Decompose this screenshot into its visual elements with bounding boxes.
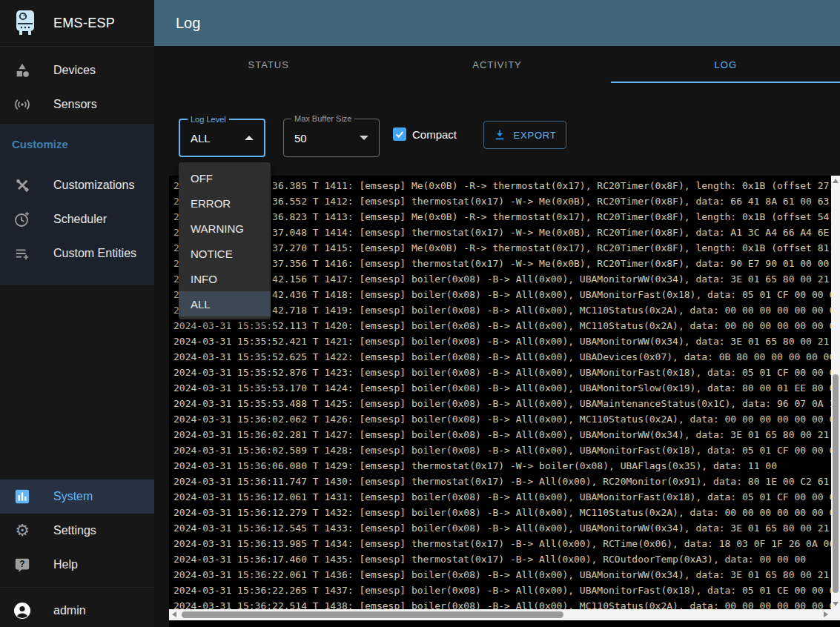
tab-activity[interactable]: ACTIVITY <box>383 46 611 83</box>
caret-down-icon <box>360 136 368 140</box>
log-line: 2024-03-31 15:36:06.080 T 1429: [emsesp]… <box>173 458 840 474</box>
tools-icon <box>13 176 31 194</box>
sidebar-item-help[interactable]: ? Help <box>0 548 154 582</box>
customize-section-header: Customize <box>12 138 68 150</box>
list-plus-icon <box>13 245 31 262</box>
log-line: 2024-03-31 15:35:42.718 T 1419: [emsesp]… <box>173 302 840 318</box>
log-line: 2024-03-31 15:36:17.460 T 1435: [emsesp]… <box>173 551 840 567</box>
log-line: 2024-03-31 15:35:52.421 T 1421: [emsesp]… <box>173 334 840 349</box>
log-level-menu: OFFERRORWARNINGNOTICEINFOALL <box>179 162 271 319</box>
app-bar: Log <box>154 0 840 46</box>
log-level-option-notice[interactable]: NOTICE <box>179 241 271 266</box>
log-line: 2024-03-31 15:35:42.436 T 1418: [emsesp]… <box>173 287 840 302</box>
active-tab-indicator <box>611 82 840 83</box>
log-line: 2024-03-31 15:36:12.279 T 1432: [emsesp]… <box>173 505 840 520</box>
log-line: 2024-03-31 15:35:52.113 T 1420: [emsesp]… <box>173 318 840 334</box>
compact-checkbox[interactable] <box>393 127 406 141</box>
log-line: 2024-03-31 15:36:02.062 T 1426: [emsesp]… <box>173 411 840 427</box>
sidebar-item-label: Settings <box>53 524 96 537</box>
log-level-label: Log Level <box>188 115 229 124</box>
log-line: 2024-03-31 15:36:12.545 T 1433: [emsesp]… <box>173 520 840 536</box>
sidebar-item-label: System <box>53 490 93 503</box>
devices-icon <box>13 62 31 79</box>
log-line: 2024-03-31 15:35:53.170 T 1424: [emsesp]… <box>173 380 840 396</box>
horizontal-scrollbar-thumb[interactable] <box>182 611 563 618</box>
log-line: 2024-03-31 15:36:02.589 T 1428: [emsesp]… <box>173 442 840 458</box>
max-buffer-select[interactable]: Max Buffer Size 50 <box>283 119 380 157</box>
sensors-icon <box>13 96 31 113</box>
log-level-select[interactable]: Log Level ALL <box>179 119 265 157</box>
compact-label: Compact <box>412 128 457 141</box>
scroll-up-arrow-icon[interactable] <box>833 179 839 183</box>
scrollbar-corner <box>831 609 840 620</box>
gear-icon: ⚙ <box>13 522 31 540</box>
log-level-value: ALL <box>191 132 211 145</box>
export-button[interactable]: EXPORT <box>483 121 566 149</box>
log-level-option-warning[interactable]: WARNING <box>179 216 271 241</box>
bar-chart-icon <box>13 488 31 505</box>
log-line: 2024-03-31 15:35:37.270 T 1415: [emsesp]… <box>173 240 840 256</box>
log-line: 2024-03-31 15:35:53.488 T 1425: [emsesp]… <box>173 396 840 411</box>
sidebar-item-label: Scheduler <box>53 213 107 226</box>
max-buffer-label: Max Buffer Size <box>291 114 354 123</box>
sidebar-divider <box>0 587 154 588</box>
scroll-right-arrow-icon[interactable] <box>824 611 828 617</box>
export-label: EXPORT <box>513 130 556 141</box>
ems-esp-app: EMS-ESP Devices Sensors Customize <box>0 0 840 627</box>
sidebar-divider <box>0 285 154 285</box>
log-line: 2024-03-31 15:35:52.625 T 1422: [emsesp]… <box>173 349 840 365</box>
scroll-down-arrow-icon[interactable] <box>833 602 839 606</box>
tab-status[interactable]: STATUS <box>154 46 383 83</box>
boiler-logo-icon <box>13 9 37 37</box>
help-icon: ? <box>13 556 31 574</box>
sidebar-item-user[interactable]: admin <box>0 594 154 627</box>
log-line: 2024-03-31 15:36:22.265 T 1437: [emsesp]… <box>173 583 840 598</box>
caret-up-icon <box>245 136 254 140</box>
tab-log[interactable]: LOG <box>612 46 840 83</box>
log-level-option-info[interactable]: INFO <box>179 266 271 291</box>
sidebar-item-label: Custom Entities <box>53 247 136 260</box>
log-level-option-all[interactable]: ALL <box>179 291 271 316</box>
log-line: 2024-03-31 15:35:36.385 T 1411: [emsesp]… <box>173 178 840 193</box>
log-line: 2024-03-31 15:36:11.747 T 1430: [emsesp]… <box>173 474 840 489</box>
horizontal-scrollbar[interactable] <box>169 609 831 620</box>
brand-header: EMS-ESP <box>0 0 154 47</box>
account-circle-icon <box>13 602 31 620</box>
log-lines: 2024-03-31 15:35:36.385 T 1411: [emsesp]… <box>173 178 840 614</box>
log-line: 2024-03-31 15:35:36.552 T 1412: [emsesp]… <box>173 193 840 209</box>
log-level-option-error[interactable]: ERROR <box>179 190 271 216</box>
log-line: 2024-03-31 15:35:36.823 T 1413: [emsesp]… <box>173 209 840 225</box>
download-icon <box>493 128 506 142</box>
sidebar-item-custom-entities[interactable]: Custom Entities <box>0 236 154 271</box>
log-line: 2024-03-31 15:35:52.876 T 1423: [emsesp]… <box>173 365 840 380</box>
vertical-scrollbar-thumb[interactable] <box>833 374 839 593</box>
sidebar-item-scheduler[interactable]: Scheduler <box>0 202 154 236</box>
sidebar-item-system[interactable]: System <box>0 480 154 514</box>
main-content: Log STATUS ACTIVITY LOG Log Level ALL Ma… <box>154 0 840 627</box>
vertical-scrollbar[interactable] <box>831 176 840 609</box>
log-level-option-off[interactable]: OFF <box>179 165 271 190</box>
check-icon <box>394 129 405 139</box>
log-line: 2024-03-31 15:36:12.061 T 1431: [emsesp]… <box>173 489 840 505</box>
sidebar-user-label: admin <box>53 604 86 617</box>
sidebar-item-customizations[interactable]: Customizations <box>0 168 154 202</box>
max-buffer-value: 50 <box>294 132 307 145</box>
svg-text:?: ? <box>19 559 24 569</box>
sidebar: EMS-ESP Devices Sensors Customize <box>0 0 154 627</box>
sidebar-item-settings[interactable]: ⚙ Settings <box>0 514 154 548</box>
sidebar-item-label: Sensors <box>53 98 97 111</box>
sidebar-item-devices[interactable]: Devices <box>0 53 154 87</box>
page-title: Log <box>176 15 200 32</box>
log-line: 2024-03-31 15:36:22.061 T 1436: [emsesp]… <box>173 567 840 583</box>
log-line: 2024-03-31 15:36:02.281 T 1427: [emsesp]… <box>173 427 840 442</box>
sidebar-item-label: Customizations <box>53 179 134 192</box>
tab-bar: STATUS ACTIVITY LOG <box>154 46 840 83</box>
sidebar-item-sensors[interactable]: Sensors <box>0 87 154 122</box>
log-line: 2024-03-31 15:35:37.048 T 1414: [emsesp]… <box>173 225 840 240</box>
brand-name: EMS-ESP <box>53 16 115 31</box>
clock-plus-icon <box>13 210 31 228</box>
scroll-left-arrow-icon[interactable] <box>172 611 176 617</box>
sidebar-item-label: Devices <box>53 64 96 77</box>
log-line: 2024-03-31 15:35:42.156 T 1417: [emsesp]… <box>173 271 840 287</box>
log-line: 2024-03-31 15:35:37.356 T 1416: [emsesp]… <box>173 256 840 271</box>
